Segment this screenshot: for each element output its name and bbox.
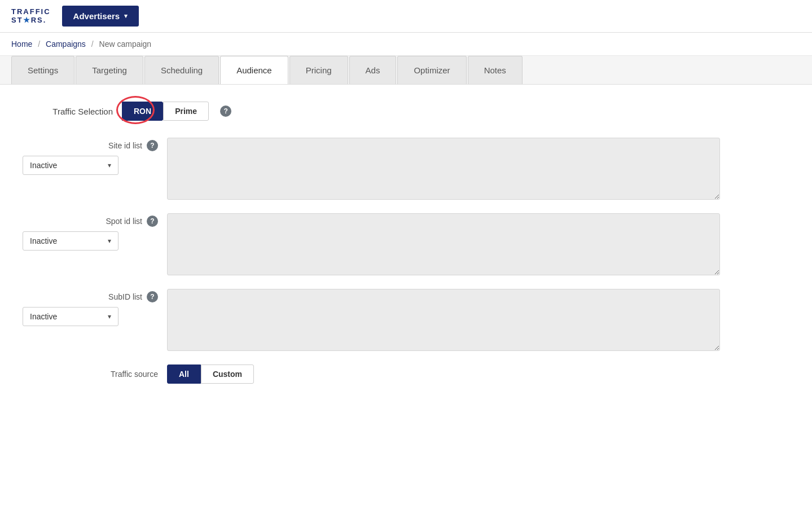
traffic-source-btn-group: All Custom xyxy=(167,364,254,384)
subid-list-left: SubID list ? Inactive ▾ xyxy=(23,289,158,326)
traffic-source-label: Traffic source xyxy=(23,370,158,379)
tabs: Settings Targeting Scheduling Audience P… xyxy=(11,56,801,84)
site-id-list-label: Site id list ? xyxy=(23,140,158,151)
advertisers-label: Advertisers xyxy=(73,11,120,21)
site-id-list-dropdown[interactable]: Inactive ▾ xyxy=(23,156,118,175)
tab-optimizer[interactable]: Optimizer xyxy=(397,56,466,84)
subid-list-help-icon[interactable]: ? xyxy=(147,291,158,302)
spot-id-list-label: Spot id list ? xyxy=(23,216,158,227)
ron-button[interactable]: RON xyxy=(122,102,163,121)
ron-wrapper: RON xyxy=(122,102,163,121)
tabs-container: Settings Targeting Scheduling Audience P… xyxy=(0,56,812,85)
breadcrumb-current: New campaign xyxy=(99,39,152,49)
subid-list-dropdown-value: Inactive xyxy=(30,312,57,321)
site-id-list-textarea[interactable] xyxy=(167,138,720,200)
breadcrumb-home[interactable]: Home xyxy=(11,39,32,49)
spot-id-list-textarea[interactable] xyxy=(167,213,720,275)
spot-id-list-chevron: ▾ xyxy=(108,237,111,245)
tab-audience[interactable]: Audience xyxy=(220,56,288,84)
tab-ads[interactable]: Ads xyxy=(349,56,397,84)
tab-notes[interactable]: Notes xyxy=(468,56,523,84)
traffic-source-row: Traffic source All Custom xyxy=(23,364,767,384)
breadcrumb: Home / Campaigns / New campaign xyxy=(0,33,812,56)
spot-id-list-dropdown[interactable]: Inactive ▾ xyxy=(23,231,118,251)
site-id-list-help-icon[interactable]: ? xyxy=(147,140,158,151)
spot-id-list-row: Spot id list ? Inactive ▾ xyxy=(23,213,767,275)
tab-settings[interactable]: Settings xyxy=(11,56,74,84)
subid-list-textarea[interactable] xyxy=(167,289,720,351)
logo-line2: ST★RS. xyxy=(11,16,51,24)
traffic-selection-row: Traffic Selection RON Prime ? xyxy=(23,102,767,121)
traffic-selection-label: Traffic Selection xyxy=(23,107,113,116)
traffic-source-custom-button[interactable]: Custom xyxy=(201,364,254,384)
logo: TRAFFIC ST★RS. xyxy=(11,8,51,24)
main-content: Traffic Selection RON Prime ? Site id li… xyxy=(0,85,790,401)
prime-button[interactable]: Prime xyxy=(163,102,209,121)
header: TRAFFIC ST★RS. Advertisers ▾ xyxy=(0,0,812,33)
subid-list-chevron: ▾ xyxy=(108,313,111,320)
site-id-list-row: Site id list ? Inactive ▾ xyxy=(23,138,767,200)
subid-list-label: SubID list ? xyxy=(23,291,158,302)
advertisers-chevron: ▾ xyxy=(124,12,128,20)
subid-list-row: SubID list ? Inactive ▾ xyxy=(23,289,767,351)
site-id-list-left: Site id list ? Inactive ▾ xyxy=(23,138,158,175)
traffic-selection-btn-group: RON Prime xyxy=(122,102,209,121)
traffic-selection-help-icon[interactable]: ? xyxy=(220,106,231,117)
advertisers-nav-button[interactable]: Advertisers ▾ xyxy=(62,6,139,27)
tab-pricing[interactable]: Pricing xyxy=(289,56,348,84)
breadcrumb-sep1: / xyxy=(38,39,40,49)
logo-line1: TRAFFIC xyxy=(11,8,51,16)
site-id-list-chevron: ▾ xyxy=(108,161,111,169)
spot-id-list-left: Spot id list ? Inactive ▾ xyxy=(23,213,158,251)
spot-id-list-help-icon[interactable]: ? xyxy=(147,216,158,227)
breadcrumb-campaigns[interactable]: Campaigns xyxy=(46,39,86,49)
spot-id-list-dropdown-value: Inactive xyxy=(30,236,57,245)
tab-scheduling[interactable]: Scheduling xyxy=(144,56,219,84)
site-id-list-dropdown-value: Inactive xyxy=(30,161,57,170)
traffic-source-all-button[interactable]: All xyxy=(167,364,201,384)
breadcrumb-sep2: / xyxy=(91,39,94,49)
subid-list-dropdown[interactable]: Inactive ▾ xyxy=(23,307,118,326)
tab-targeting[interactable]: Targeting xyxy=(76,56,143,84)
